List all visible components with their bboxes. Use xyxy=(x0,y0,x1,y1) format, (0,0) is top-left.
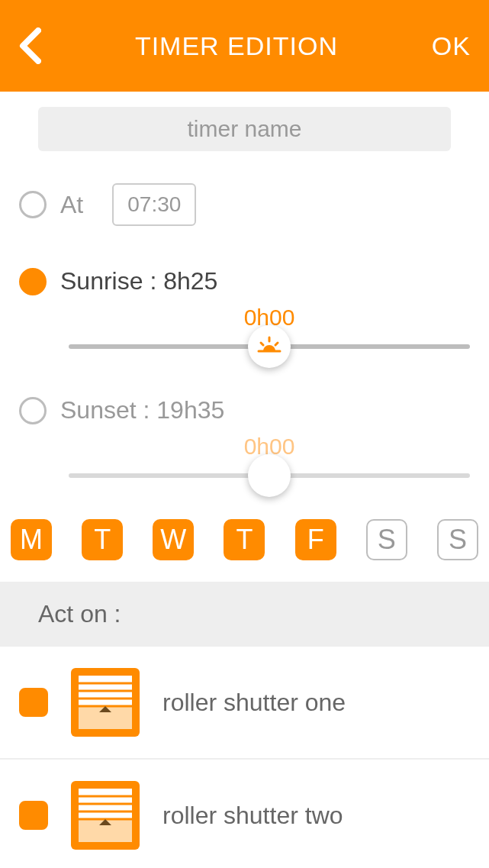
sunset-slider-block: 0h00 xyxy=(0,434,489,501)
roller-shutter-icon xyxy=(71,668,140,737)
option-sunset-label: Sunset : 19h35 xyxy=(60,396,224,424)
radio-sunrise[interactable] xyxy=(19,268,47,295)
day-wed[interactable]: W xyxy=(153,519,194,560)
sunrise-slider[interactable] xyxy=(69,344,470,349)
day-fri[interactable]: F xyxy=(295,519,336,560)
header: TIMER EDITION OK xyxy=(0,0,489,92)
page-title: TIMER EDITION xyxy=(135,31,338,61)
device-checkbox[interactable] xyxy=(19,688,48,717)
radio-sunset[interactable] xyxy=(19,397,47,424)
day-sat[interactable]: S xyxy=(366,519,407,560)
option-at[interactable]: At 07:30 xyxy=(0,174,489,235)
sunrise-slider-thumb[interactable] xyxy=(248,325,291,368)
act-on-label: Act on : xyxy=(0,582,489,647)
day-thu[interactable]: T xyxy=(224,519,265,560)
day-sun[interactable]: S xyxy=(437,519,478,560)
option-at-label: At xyxy=(60,191,83,219)
device-row[interactable]: roller shutter one xyxy=(0,647,489,760)
device-checkbox[interactable] xyxy=(19,801,48,830)
time-input[interactable]: 07:30 xyxy=(112,183,196,226)
device-label: roller shutter one xyxy=(162,689,346,717)
back-icon[interactable] xyxy=(18,27,41,64)
option-sunrise[interactable]: Sunrise : 8h25 xyxy=(0,258,489,305)
day-tue[interactable]: T xyxy=(82,519,123,560)
moon-icon xyxy=(257,463,281,488)
day-mon[interactable]: M xyxy=(11,519,52,560)
roller-shutter-icon xyxy=(71,781,140,850)
sunset-slider-thumb[interactable] xyxy=(248,454,291,497)
radio-at[interactable] xyxy=(19,191,47,218)
ok-button[interactable]: OK xyxy=(432,31,471,61)
option-sunrise-label: Sunrise : 8h25 xyxy=(60,267,217,295)
timer-name-input[interactable] xyxy=(38,107,451,151)
option-sunset[interactable]: Sunset : 19h35 xyxy=(0,387,489,434)
device-label: roller shutter two xyxy=(162,802,343,830)
sunrise-slider-block: 0h00 xyxy=(0,305,489,372)
days-row: M T W T F S S xyxy=(0,501,489,582)
sunrise-icon xyxy=(256,333,283,360)
device-row[interactable]: roller shutter two xyxy=(0,760,489,868)
sunset-slider[interactable] xyxy=(69,473,470,478)
